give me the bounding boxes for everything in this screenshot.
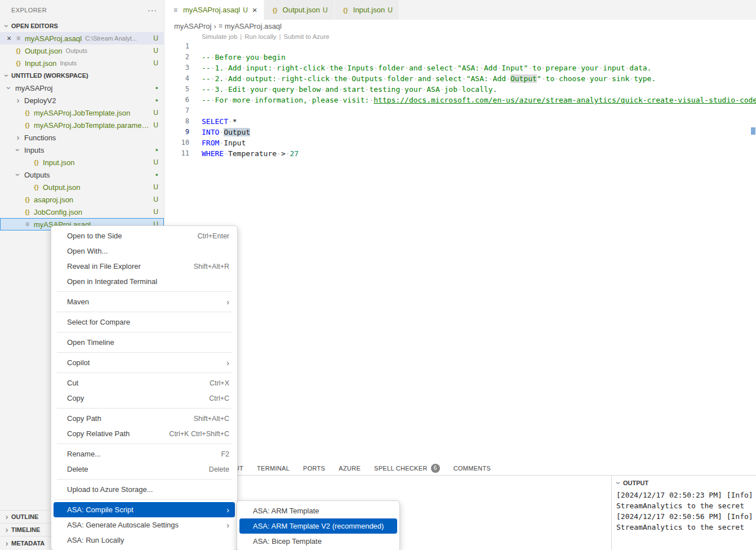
tree-item-myasaproj-jobtemplate-parameter[interactable]: {}myASAProj.JobTemplate.parameter...U	[0, 119, 164, 131]
menu-item-copy[interactable]: CopyCtrl+C	[54, 391, 235, 406]
menu-separator	[57, 312, 232, 312]
file-name: JobConfig.json	[34, 208, 82, 216]
tree-item-asaproj-json[interactable]: {}asaproj.jsonU	[0, 193, 164, 206]
code-line-11[interactable]: 11WHERE·Temperature·>·27	[164, 148, 756, 159]
whitespace-dot: ·	[431, 74, 435, 83]
tree-item-functions[interactable]: ›Functions	[0, 131, 164, 144]
whitespace-dot: ·	[228, 117, 233, 126]
whitespace-dot: ·	[373, 64, 378, 72]
codelens-link-submit-to-azure[interactable]: Submit to Azure	[284, 33, 330, 40]
editor-group: ≡myASAProj.asaqlU×{}Output.jsonU{}Input.…	[164, 0, 756, 550]
tree-item-jobconfig-json[interactable]: {}JobConfig.jsonU	[0, 206, 164, 218]
code-token: ·Input	[219, 139, 246, 147]
whitespace-dot: ·	[585, 74, 590, 83]
menu-item-copy-path[interactable]: Copy PathShift+Alt+C	[54, 411, 235, 426]
menu-item-open-with[interactable]: Open With...	[54, 243, 235, 259]
code-token: --·1.·Add·input:·right-click·the·Inputs·…	[202, 64, 651, 72]
row-decorations: ●	[152, 148, 158, 153]
menu-item-open-in-integrated-terminal[interactable]: Open in Integrated Terminal	[54, 274, 235, 289]
breadcrumb[interactable]: myASAProj›≡myASAProj.asaql	[164, 20, 756, 32]
open-editor-item-output-json[interactable]: {}Output.jsonOutputsU	[0, 45, 164, 57]
whitespace-dot: ·	[219, 139, 224, 147]
code-line-2[interactable]: 2--·Before·you·begin	[164, 52, 756, 63]
whitespace-dot: ·	[497, 64, 501, 72]
tree-item-input-json[interactable]: {}Input.jsonU	[0, 156, 164, 168]
code-editor[interactable]: Simulate job|Run locally|Submit to Azure…	[164, 32, 756, 461]
menu-separator	[57, 352, 232, 353]
menu-item-rename[interactable]: Rename...F2	[54, 446, 235, 462]
code-line-3[interactable]: 3--·1.·Add·input:·right-click·the·Inputs…	[164, 63, 756, 73]
tree-item-myasaproj-jobtemplate-json[interactable]: {}myASAProj.JobTemplate.jsonU	[0, 107, 164, 119]
panel-tab-comments[interactable]: COMMENTS	[453, 465, 491, 472]
file-name: asaproj.json	[34, 196, 73, 204]
untracked-badge: U	[153, 59, 158, 67]
menu-item-copy-relative-path[interactable]: Copy Relative PathCtrl+K Ctrl+Shift+C	[54, 426, 235, 441]
menu-item-cut[interactable]: CutCtrl+X	[54, 375, 235, 391]
menu-item-asa-compile-script[interactable]: ASA: Compile Script›	[54, 502, 235, 517]
line-content: --·For·more·information,·please·visit:·h…	[202, 95, 756, 105]
codelens-link-simulate-job[interactable]: Simulate job	[202, 33, 237, 40]
menu-item-maven[interactable]: Maven›	[54, 294, 235, 309]
panel-tab-azure[interactable]: AZURE	[339, 465, 361, 472]
chevron-down-icon: ›	[14, 170, 22, 179]
untracked-badge: U	[153, 34, 158, 42]
tree-item-inputs[interactable]: ›Inputs●	[0, 144, 164, 156]
code-line-1[interactable]: 1	[164, 41, 756, 52]
code-line-4[interactable]: 4--·2.·Add·output:·right-click·the·Outpu…	[164, 73, 756, 84]
menu-item-copilot[interactable]: Copilot›	[54, 355, 235, 370]
code-line-10[interactable]: 10FROM·Input	[164, 138, 756, 148]
panel-tab-ports[interactable]: PORTS	[303, 465, 325, 472]
menu-item-select-for-compare[interactable]: Select for Compare	[54, 314, 235, 330]
open-editor-item-input-json[interactable]: {}Input.jsonInputsU	[0, 57, 164, 69]
workspace-section-header[interactable]: › UNTITLED (WORKSPACE)	[0, 69, 164, 82]
open-editor-detail: C:\Stream Analyt...	[85, 35, 150, 42]
code-line-9[interactable]: 9INTO·Output	[164, 127, 756, 138]
panel-tab-terminal[interactable]: TERMINAL	[257, 465, 290, 472]
menu-item-upload-to-azure-storage[interactable]: Upload to Azure Storage...	[54, 482, 235, 497]
code-line-6[interactable]: 6--·For·more·information,·please·visit:·…	[164, 95, 756, 105]
code-line-8[interactable]: 8SELECT·*	[164, 116, 756, 127]
codelens-link-run-locally[interactable]: Run locally	[244, 33, 276, 40]
code-line-7[interactable]: 7	[164, 105, 756, 116]
close-tab-icon[interactable]: ×	[252, 5, 257, 15]
asaql-file-icon: ≡	[14, 34, 23, 42]
menu-item-asa-run-locally[interactable]: ASA: Run Locally	[54, 533, 235, 548]
menu-item-label: Open in Integrated Terminal	[67, 277, 157, 286]
whitespace-dot: ·	[211, 53, 215, 61]
menu-item-open-to-the-side[interactable]: Open to the SideCtrl+Enter	[54, 228, 235, 243]
whitespace-dot: ·	[404, 64, 409, 72]
tree-item-deployv2[interactable]: ›DeployV2●	[0, 94, 164, 107]
breadcrumb-item-myasaproj-asaql[interactable]: myASAProj.asaql	[225, 22, 282, 30]
breadcrumb-item-myasaproj[interactable]: myASAProj	[174, 22, 211, 30]
menu-item-label: Cut	[67, 379, 78, 387]
json-file-icon: {}	[23, 109, 32, 116]
editor-tab-output-json[interactable]: {}Output.jsonU	[264, 0, 335, 20]
panel-tab-spell-checker[interactable]: SPELL CHECKER6	[374, 464, 440, 473]
tree-item-output-json[interactable]: {}Output.jsonU	[0, 181, 164, 193]
code-token: https://docs.microsoft.com/en-us/azure/s…	[373, 96, 756, 104]
whitespace-dot: ·	[440, 85, 444, 94]
menu-item-asa-bicep-template[interactable]: ASA: Bicep Template	[239, 534, 397, 549]
editor-tab-myasaproj-asaql[interactable]: ≡myASAProj.asaqlU×	[164, 0, 264, 20]
more-actions-icon[interactable]: ···	[148, 6, 157, 15]
output-panel-header[interactable]: › OUTPUT	[612, 476, 756, 489]
code-line-5[interactable]: 5--·3.·Edit·your·query·below·and·start·t…	[164, 84, 756, 95]
menu-item-open-timeline[interactable]: Open Timeline	[54, 335, 235, 350]
tab-label: myASAProj.asaql	[183, 6, 240, 14]
menu-item-asa-generate-autoscale-settings[interactable]: ASA: Generate Autoscale Settings›	[54, 517, 235, 533]
tree-item-outputs[interactable]: ›Outputs●	[0, 168, 164, 181]
tree-item-myasaproj[interactable]: ›myASAProj●	[0, 82, 164, 94]
menu-separator	[57, 499, 232, 500]
open-editors-section-header[interactable]: › OPEN EDITORS	[0, 20, 164, 32]
menu-item-reveal-in-file-explorer[interactable]: Reveal in File ExplorerShift+Alt+R	[54, 259, 235, 274]
chevron-right-icon: ›	[2, 526, 11, 534]
panel-tab-label: COMMENTS	[453, 465, 491, 472]
open-editor-item-myasaproj-asaql[interactable]: ×≡myASAProj.asaqlC:\Stream Analyt...U	[0, 32, 164, 45]
menu-item-asa-arm-template-v2-recommended[interactable]: ASA: ARM Template V2 (recommended)	[239, 518, 397, 534]
close-editor-icon[interactable]: ×	[5, 34, 14, 43]
code-token: ·Temperature·>·	[224, 149, 290, 158]
menu-item-delete[interactable]: DeleteDelete	[54, 462, 235, 477]
menu-item-asa-arm-template[interactable]: ASA: ARM Template	[239, 503, 397, 518]
editor-tab-input-json[interactable]: {}Input.jsonU	[335, 0, 399, 20]
whitespace-dot: ·	[479, 64, 484, 72]
